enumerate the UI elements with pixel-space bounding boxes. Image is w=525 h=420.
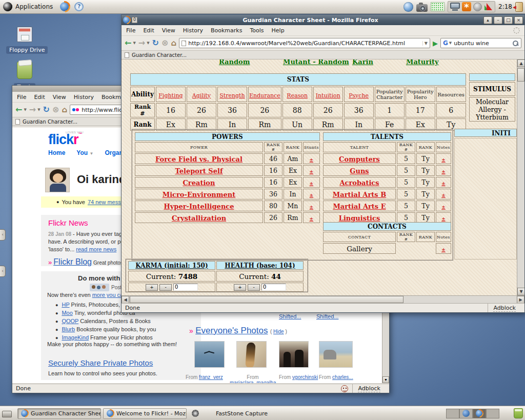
trash-applet-icon[interactable] bbox=[514, 408, 523, 418]
back-dropdown-icon[interactable]: ▼ bbox=[24, 108, 26, 112]
show-desktop-button[interactable] bbox=[2, 411, 12, 417]
note-link[interactable]: ± bbox=[441, 181, 446, 186]
menu-tools[interactable]: Tools bbox=[250, 27, 264, 34]
karma-adjust-input[interactable]: 0 bbox=[173, 284, 198, 291]
photo-thumbnail-3[interactable] bbox=[279, 341, 309, 368]
menu-help[interactable]: Help bbox=[272, 27, 285, 34]
vertical-scrollbar[interactable]: ▲ ▼ bbox=[517, 59, 524, 295]
workspace-1[interactable] bbox=[446, 409, 459, 418]
stat-link-reason[interactable]: Reason bbox=[287, 92, 308, 99]
karma-minus-button[interactable]: - bbox=[159, 284, 172, 291]
scroll-down-button[interactable]: ▼ bbox=[382, 376, 389, 383]
power-link[interactable]: Hyper-Intelligence bbox=[164, 203, 234, 210]
globe-icon[interactable] bbox=[403, 2, 413, 12]
taskbar-item-faststone[interactable]: FastStone Capture bbox=[189, 408, 271, 419]
stat-link-endurance[interactable]: Endurance bbox=[249, 92, 280, 99]
photo-thumbnail-1[interactable] bbox=[194, 341, 225, 368]
hp-link[interactable]: HP bbox=[62, 302, 69, 308]
stat-link-intuition[interactable]: Intuition bbox=[316, 92, 340, 99]
stunt-link[interactable]: ± bbox=[310, 193, 314, 198]
firefox-launcher-icon[interactable] bbox=[60, 2, 69, 11]
stunt-link[interactable]: ± bbox=[310, 205, 314, 210]
scroll-thumb[interactable] bbox=[130, 296, 403, 303]
flickr-blog-link[interactable]: Flickr Blog bbox=[53, 257, 92, 266]
stat-link-agility[interactable]: Agility bbox=[192, 92, 211, 99]
distro-logo-icon[interactable] bbox=[3, 2, 12, 11]
forward-dropdown-icon[interactable]: ▼ bbox=[147, 41, 149, 45]
stat-link-fighting[interactable]: Fighting bbox=[158, 92, 183, 99]
applications-menu[interactable]: Applications bbox=[15, 3, 53, 10]
menu-history[interactable]: History bbox=[183, 27, 203, 34]
menu-file[interactable]: File bbox=[126, 27, 135, 34]
system-monitor-applet[interactable] bbox=[431, 2, 445, 11]
menu-bookmarks[interactable]: Bookmarks bbox=[211, 27, 242, 34]
search-bar[interactable]: G▼ ubuntu wine bbox=[440, 38, 521, 48]
moo-link[interactable]: Moo bbox=[62, 310, 72, 316]
chatzilla-smiley-icon[interactable] bbox=[341, 385, 348, 392]
blurb-link[interactable]: Blurb bbox=[62, 326, 75, 332]
flickr-logo[interactable]: LOVES YOUflickr™ bbox=[48, 132, 83, 148]
karma-plus-button[interactable]: + bbox=[146, 284, 158, 291]
note-link[interactable]: ± bbox=[441, 169, 446, 174]
health-adjust-input[interactable]: 0 bbox=[261, 284, 286, 291]
menu-file[interactable]: File bbox=[17, 94, 26, 101]
search-icon[interactable] bbox=[512, 40, 519, 47]
workspace-3[interactable] bbox=[473, 409, 486, 418]
menu-edit[interactable]: Edit bbox=[34, 94, 45, 101]
back-button[interactable]: ← bbox=[15, 106, 22, 114]
talent-link[interactable]: Martial Arts E bbox=[333, 203, 386, 210]
qoop-link[interactable]: QOOP bbox=[62, 318, 78, 324]
workspace-2[interactable] bbox=[459, 409, 473, 418]
power-link[interactable]: Crystallization bbox=[172, 214, 226, 222]
adblock-button[interactable]: Adblock bbox=[352, 384, 386, 393]
reload-button[interactable]: ↻ bbox=[152, 39, 159, 47]
minimize-button[interactable]: – bbox=[494, 16, 502, 24]
photo-thumbnail-2[interactable] bbox=[236, 341, 267, 368]
home-button[interactable]: ⌂ bbox=[62, 106, 67, 114]
desktop-icon-floppy[interactable]: Floppy Drive bbox=[6, 27, 43, 54]
stat-link-psyche[interactable]: Psyche bbox=[349, 92, 369, 99]
horizontal-scrollbar[interactable]: ◀ ▶ bbox=[122, 295, 524, 303]
avatar[interactable] bbox=[45, 168, 70, 192]
power-link[interactable]: Creation bbox=[183, 179, 215, 187]
workspace-4[interactable] bbox=[486, 409, 499, 418]
scroll-up-button[interactable]: ▲ bbox=[517, 59, 524, 67]
display-icon[interactable] bbox=[450, 3, 460, 11]
home-button[interactable]: ⌂ bbox=[171, 39, 176, 47]
search-engine-dropdown-icon[interactable]: ▼ bbox=[449, 41, 452, 45]
shifted-link[interactable]: Shifted... bbox=[316, 313, 338, 319]
talent-link[interactable]: Martial Arts B bbox=[333, 191, 386, 198]
talent-link[interactable]: Guns bbox=[350, 167, 369, 175]
photo-owner-link[interactable]: vgorchinski bbox=[292, 374, 318, 380]
read-more-news-link[interactable]: read more news bbox=[76, 246, 116, 252]
menu-edit[interactable]: Edit bbox=[143, 27, 154, 34]
menu-view[interactable]: View bbox=[162, 27, 175, 34]
help-icon[interactable] bbox=[74, 2, 84, 11]
shade-button[interactable]: ▴ bbox=[483, 16, 492, 24]
adblock-button[interactable]: Adblock bbox=[488, 304, 521, 312]
nav-home[interactable]: Home bbox=[48, 149, 65, 156]
power-link[interactable]: Teleport Self bbox=[175, 167, 223, 175]
nav-you[interactable]: You ▼ bbox=[76, 149, 93, 156]
scroll-down-button[interactable]: ▼ bbox=[517, 288, 524, 295]
stunt-link[interactable]: ± bbox=[310, 181, 314, 186]
clock[interactable]: 2:18 bbox=[498, 3, 512, 10]
stunt-link[interactable]: ± bbox=[310, 157, 314, 163]
shifted-link[interactable]: Shifted... bbox=[279, 313, 301, 319]
talent-link[interactable]: Computers bbox=[339, 155, 380, 163]
note-link[interactable]: ± bbox=[441, 205, 446, 210]
panel-hide-tab[interactable]: ‹ bbox=[0, 266, 6, 277]
stat-link-strength[interactable]: Strength bbox=[219, 92, 245, 99]
note-link[interactable]: ± bbox=[441, 247, 446, 252]
photo-owner-link[interactable]: charles... bbox=[332, 374, 353, 380]
url-bar[interactable]: http://192.168.0.4/wwwroot/Marvel%20web/… bbox=[179, 38, 430, 48]
back-button[interactable]: ← bbox=[125, 39, 131, 47]
logout-icon[interactable] bbox=[515, 2, 523, 12]
health-plus-button[interactable]: + bbox=[234, 284, 246, 291]
faststone-tray-icon[interactable] bbox=[462, 2, 471, 11]
reload-button[interactable]: ↻ bbox=[43, 106, 50, 114]
camera-icon[interactable] bbox=[416, 4, 428, 12]
power-link[interactable]: Force Field vs. Physical bbox=[155, 155, 243, 163]
taskbar-item-flickr[interactable]: Welcome to Flickr! - Mozilla Fi... bbox=[103, 408, 187, 419]
back-dropdown-icon[interactable]: ▼ bbox=[133, 41, 135, 45]
